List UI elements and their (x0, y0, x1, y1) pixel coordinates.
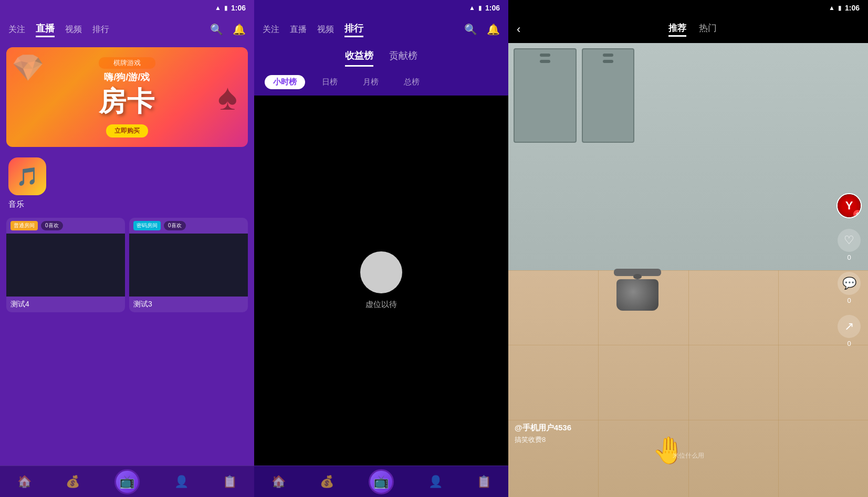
status-bar-2: ▲ ▮ 1:06 (254, 0, 508, 16)
room-tag-0: 普通房间 (11, 221, 38, 230)
comment-button[interactable]: 💬 0 (838, 272, 861, 304)
bottom-nav-1: 🏠 💰 📺 👤 📋 (0, 466, 254, 497)
room-likes-0: 0喜欢 (41, 221, 63, 230)
status-bar-3: ▲ ▮ 1:06 (508, 0, 868, 16)
p2-sub-tabs: 小时榜 日榜 月榜 总榜 (254, 71, 508, 96)
follow-plus-icon: + (853, 210, 862, 218)
music-section: 🎵 音乐 (8, 157, 246, 209)
profile-icon-2: 👤 (428, 475, 443, 489)
banner-content: 棋牌游戏 嗨/狗/游/戏 房卡 立即购买 (99, 57, 155, 138)
handle-2 (540, 60, 550, 63)
bottom-money-1[interactable]: 💰 (66, 475, 80, 489)
subtab-hour[interactable]: 小时榜 (265, 75, 305, 89)
panel-home: ▲ ▮ 1:06 关注 直播 视频 排行 🔍 🔔 棋牌游戏 嗨/狗/游/戏 房卡… (0, 0, 254, 497)
panel-ranking: ▲ ▮ 1:06 关注 直播 视频 排行 🔍 🔔 收益榜 贡献榜 小时榜 日榜 … (254, 0, 508, 497)
nav-rank-2[interactable]: 排行 (344, 22, 363, 37)
nav-video-1[interactable]: 视频 (65, 24, 82, 35)
handle-4 (603, 60, 613, 63)
p2-empty-content: 虚位以待 (254, 96, 508, 466)
home-icon-2: 🏠 (271, 475, 286, 489)
like-count: 0 (847, 253, 851, 261)
nav-live-2[interactable]: 直播 (290, 24, 307, 35)
room-card-header-0: 普通房间 0喜欢 (6, 218, 125, 234)
search-icon-1[interactable]: 🔍 (210, 23, 223, 36)
bell-icon-1[interactable]: 🔔 (233, 23, 246, 36)
room-thumb-0 (6, 234, 125, 297)
status-bar-1: ▲ ▮ 1:06 (0, 0, 254, 16)
time-display-1: 1:06 (231, 4, 246, 12)
nav-follow-1[interactable]: 关注 (8, 24, 25, 35)
tab-contribution[interactable]: 贡献榜 (389, 49, 417, 67)
banner-deco-left: 💎 (12, 52, 44, 83)
bottom-list-1[interactable]: 📋 (223, 475, 237, 489)
room-likes-1: 0喜欢 (164, 221, 186, 230)
handle-3 (603, 54, 613, 57)
music-icon[interactable]: 🎵 (8, 157, 46, 195)
bottom-home-2[interactable]: 🏠 (271, 475, 286, 489)
banner-game-type: 棋牌游戏 (99, 57, 155, 69)
bottom-profile-1[interactable]: 👤 (174, 475, 189, 489)
subtab-month[interactable]: 月榜 (354, 75, 387, 89)
side-actions: Y + ♡ 0 💬 0 ↗ 0 (836, 193, 862, 347)
video-description: 搞笑收费8 (515, 435, 831, 445)
nav-follow-2[interactable]: 关注 (263, 24, 279, 35)
handle-1 (540, 54, 550, 57)
music-note-icon: 🎵 (16, 166, 38, 187)
floor-line-v1 (598, 270, 599, 498)
back-button[interactable]: ‹ (517, 23, 520, 36)
room-tag-1: 密码房间 (133, 221, 161, 230)
empty-avatar (360, 251, 402, 293)
video-area[interactable]: 🤚 Y + ♡ 0 💬 0 ↗ 0 @手机用户4536 搞笑收费8 (508, 43, 868, 497)
tab-revenue[interactable]: 收益榜 (345, 49, 373, 67)
list-icon: 📋 (223, 475, 237, 489)
subtab-day[interactable]: 日榜 (313, 75, 346, 89)
floor-line-v3 (778, 270, 779, 498)
list-icon-2: 📋 (477, 475, 491, 489)
battery-icon-2: ▮ (478, 4, 482, 12)
room-grid: 普通房间 0喜欢 测试4 密码房间 0喜欢 测试3 (6, 218, 248, 312)
subtab-total[interactable]: 总榜 (395, 75, 428, 89)
share-count: 0 (847, 340, 851, 347)
banner-deco-right: ♠ (218, 76, 237, 118)
share-icon: ↗ (838, 315, 861, 338)
room-card-0[interactable]: 普通房间 0喜欢 测试4 (6, 218, 125, 312)
video-creator-avatar[interactable]: Y + (836, 193, 862, 218)
tab-hot[interactable]: 热门 (699, 22, 717, 37)
comment-count: 0 (847, 297, 851, 304)
money-icon-2: 💰 (320, 475, 334, 489)
music-label: 音乐 (8, 199, 24, 209)
empty-text: 虚位以待 (365, 300, 397, 310)
bottom-hint: 米位什么用 (673, 451, 704, 460)
nav-bar-1: 关注 直播 视频 排行 🔍 🔔 (0, 16, 254, 43)
banner-1[interactable]: 棋牌游戏 嗨/狗/游/戏 房卡 立即购买 ♠ 💎 (6, 47, 248, 147)
wifi-icon-3: ▲ (829, 4, 835, 12)
banner-buy-button[interactable]: 立即购买 (106, 124, 148, 138)
video-info: @手机用户4536 搞笑收费8 (515, 423, 831, 445)
nav-live-1[interactable]: 直播 (36, 22, 55, 37)
bottom-profile-2[interactable]: 👤 (428, 475, 443, 489)
money-icon: 💰 (66, 475, 80, 489)
nav-rank-1[interactable]: 排行 (92, 24, 109, 35)
live-center-icon-2: 📺 (369, 469, 394, 494)
search-icon-2[interactable]: 🔍 (464, 23, 477, 36)
like-button[interactable]: ♡ 0 (838, 229, 861, 261)
room-title-0: 测试4 (6, 297, 125, 312)
floor-line-v2 (688, 270, 689, 498)
bottom-list-2[interactable]: 📋 (477, 475, 491, 489)
bottom-money-2[interactable]: 💰 (320, 475, 334, 489)
bottom-live-btn-1[interactable]: 📺 (114, 469, 140, 494)
floor-area (508, 270, 868, 498)
nav-bar-2: 关注 直播 视频 排行 🔍 🔔 (254, 16, 508, 43)
wifi-icon: ▲ (215, 4, 221, 12)
bottom-live-btn-2[interactable]: 📺 (369, 469, 394, 494)
tab-recommend[interactable]: 推荐 (668, 22, 686, 37)
room-title-1: 测试3 (129, 297, 248, 312)
bottom-home-1[interactable]: 🏠 (17, 475, 32, 489)
time-display-2: 1:06 (485, 4, 500, 12)
share-button[interactable]: ↗ 0 (838, 315, 861, 347)
nav-video-2[interactable]: 视频 (317, 24, 334, 35)
room-card-1[interactable]: 密码房间 0喜欢 测试3 (129, 218, 248, 312)
comment-icon: 💬 (838, 272, 861, 295)
heart-icon: ♡ (838, 229, 861, 252)
bell-icon-2[interactable]: 🔔 (487, 23, 500, 36)
